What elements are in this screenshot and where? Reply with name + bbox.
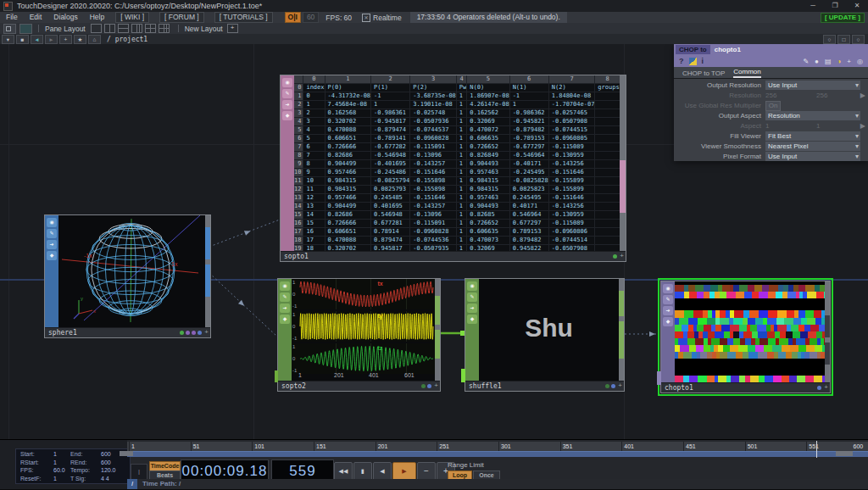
node-flag-dot[interactable] — [192, 331, 196, 335]
node-flag-dot[interactable] — [817, 386, 821, 390]
node-sopto2[interactable]: ◉✎➔◆ 10-1tx10-1ty10-1tz1201401601 sopto2… — [277, 278, 441, 392]
playhead[interactable] — [816, 441, 817, 458]
lock-flag-icon[interactable]: ◆ — [282, 111, 292, 120]
menu-item-help[interactable]: Help — [84, 12, 110, 23]
ui-browser-icon[interactable] — [3, 24, 16, 34]
chop-viewer[interactable]: Shu — [479, 279, 619, 381]
node-chopto1[interactable]: ◉✎➔◆ chopto1 + — [660, 281, 831, 393]
pane-control-3[interactable]: ○ — [852, 35, 865, 44]
param-dropdown[interactable]: Resolution▾ — [765, 111, 860, 120]
menu-link-forum[interactable]: [ FORUM ] — [159, 12, 204, 23]
pencil-flag-icon[interactable]: ✎ — [467, 292, 477, 302]
node-shuffle1[interactable]: ◉✎➔◆ Shu shuffle1 + — [465, 278, 625, 392]
bypass-flag-icon[interactable]: ➔ — [47, 240, 57, 249]
top-viewer[interactable] — [675, 281, 825, 382]
node-sphere1[interactable]: ◉✎➔◆ -1x1xyx sphere1 + — [44, 214, 211, 338]
layout-preset-grid6[interactable] — [159, 24, 170, 33]
transport-pause-button[interactable]: ▮ — [353, 462, 372, 481]
chop-graph-viewer[interactable]: 10-1tx10-1ty10-1tz1201401601 — [292, 279, 435, 381]
node-flag-dot[interactable] — [427, 384, 431, 388]
pencil-icon[interactable]: ✎ — [803, 58, 809, 65]
viewer-flag-icon[interactable]: ◉ — [280, 281, 290, 291]
param-dropdown[interactable]: Fit Best▾ — [765, 131, 860, 141]
node-name[interactable]: sopto2 — [278, 381, 440, 391]
node-flag-dot[interactable] — [198, 331, 202, 335]
range-handle-right[interactable] — [836, 451, 853, 456]
comment-icon[interactable]: ● — [815, 58, 819, 65]
timeline-ruler[interactable]: 151101151201251301351401451501551600 — [127, 442, 868, 451]
bypass-flag-icon[interactable]: ➔ — [467, 303, 477, 313]
independent-time-toggle[interactable]: I — [131, 464, 147, 481]
info-icon[interactable]: i — [702, 57, 704, 65]
node-sopto1[interactable]: ◉✎➔◆ 0123456780indexP(0)P(1)P(2)PwN(0)N(… — [280, 75, 626, 262]
timeline-settings-box[interactable]: Start:1End:600RStart:1REnd:600FPS:60.0Te… — [15, 448, 131, 484]
node-name[interactable]: chopto1 — [661, 382, 830, 393]
viewer-flag-icon[interactable]: ◉ — [47, 218, 57, 227]
node-flag-dot[interactable] — [180, 331, 184, 335]
update-button[interactable]: [ UPDATE ] — [821, 13, 865, 23]
operator-name-field[interactable]: chopto1 — [715, 46, 741, 53]
pencil-flag-icon[interactable]: ✎ — [282, 89, 292, 98]
node-expand-icon[interactable]: + — [204, 329, 209, 336]
viewer-flag-icon[interactable]: ◉ — [467, 281, 477, 291]
pane-menu-icon[interactable]: ▾ — [2, 35, 14, 44]
layout-preset-v3[interactable] — [131, 24, 142, 33]
sphere-viewer[interactable]: -1x1xyx — [58, 215, 205, 327]
pencil-flag-icon[interactable]: ✎ — [280, 292, 290, 302]
layout-preset-v2[interactable] — [104, 24, 115, 33]
lock-flag-icon[interactable]: ◆ — [663, 317, 673, 326]
node-flag-dot[interactable] — [613, 254, 617, 259]
add-bookmark-icon[interactable]: + — [59, 35, 72, 44]
node-flag-dot[interactable] — [611, 384, 615, 388]
target-icon[interactable]: ◎ — [857, 58, 863, 65]
menu-item-file[interactable]: File — [0, 12, 24, 23]
help-icon[interactable]: ? — [679, 57, 684, 65]
time-path-row[interactable]: /Time Path: / — [127, 479, 868, 489]
dat-table-viewer[interactable]: 0123456780indexP(0)P(1)P(2)PwN(0)N(1)N(2… — [294, 75, 620, 251]
lock-flag-icon[interactable]: ◆ — [47, 251, 57, 260]
transport-play-forward-button[interactable]: ▶ — [392, 462, 416, 481]
forward-icon[interactable]: ► — [45, 35, 58, 44]
param-tab-common[interactable]: Common — [733, 68, 760, 78]
expand-arrow-icon[interactable]: ▶ — [860, 91, 865, 101]
node-flag-dot[interactable] — [421, 384, 426, 388]
pane-control-1[interactable]: ○ — [823, 35, 836, 44]
pane-type-icon[interactable]: ■ — [16, 35, 29, 44]
minimize-button[interactable]: ─ — [802, 0, 824, 12]
lock-flag-icon[interactable]: ◆ — [280, 315, 290, 324]
network-editor[interactable]: ◉✎➔◆ -1x1xyx sphere1 + ◉✎➔◆ 0123456780in… — [0, 44, 868, 439]
transport-jump-to-start-button[interactable]: ◀◀ — [334, 462, 353, 481]
maximize-button[interactable]: ❐ — [824, 0, 846, 12]
bypass-flag-icon[interactable]: ➔ — [282, 100, 292, 109]
menu-item-dialogs[interactable]: Dialogs — [47, 12, 83, 23]
add-layout-button[interactable]: + — [227, 24, 238, 33]
param-dropdown[interactable]: Use Input▾ — [765, 152, 860, 161]
bypass-flag-icon[interactable]: ➔ — [663, 306, 673, 315]
expand-arrow-icon[interactable]: ▶ — [860, 121, 865, 131]
node-expand-icon[interactable]: + — [434, 382, 438, 389]
node-name[interactable]: shuffle1 — [465, 381, 624, 391]
transport-step-back-button[interactable]: − — [417, 462, 436, 481]
lock-flag-icon[interactable]: ◆ — [467, 315, 477, 324]
pencil-flag-icon[interactable]: ✎ — [663, 295, 673, 304]
page-icon[interactable]: ▤ — [825, 58, 832, 65]
param-dropdown[interactable]: Nearest Pixel▾ — [765, 142, 860, 151]
node-expand-icon[interactable]: + — [824, 384, 828, 391]
realtime-label[interactable]: Realtime — [373, 14, 402, 22]
timeline-range-bar[interactable] — [127, 451, 868, 457]
pie-icon[interactable]: ◑ — [837, 58, 842, 65]
oi-indicator[interactable]: O|I — [285, 12, 301, 23]
menu-item-edit[interactable]: Edit — [24, 12, 48, 23]
node-flag-dot[interactable] — [186, 331, 190, 335]
breadcrumb[interactable]: / project1 — [107, 36, 147, 43]
node-expand-icon[interactable]: + — [620, 253, 624, 259]
layout-preset-single[interactable] — [91, 24, 102, 33]
pane-control-2[interactable]: □ — [837, 35, 850, 44]
node-flag-dot[interactable] — [605, 384, 609, 388]
viewer-flag-icon[interactable]: ◉ — [282, 78, 292, 87]
menu-link-tutorials[interactable]: [ TUTORIALS ] — [214, 12, 273, 23]
pencil-flag-icon[interactable]: ✎ — [47, 229, 57, 238]
back-icon[interactable]: ◄ — [31, 35, 43, 44]
transport-play-reverse-button[interactable]: ◀ — [373, 462, 392, 481]
palette-icon[interactable] — [19, 24, 32, 34]
